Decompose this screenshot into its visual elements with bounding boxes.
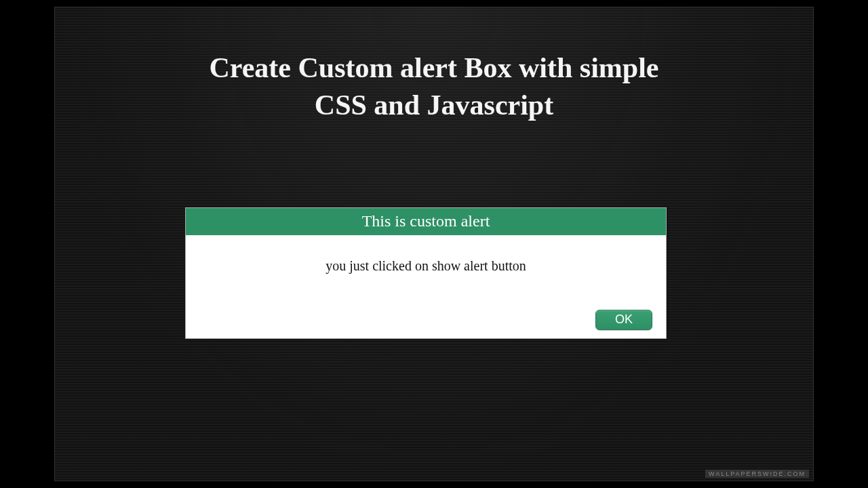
alert-body: you just clicked on show alert button (186, 235, 666, 296)
page-title: Create Custom alert Box with simple CSS … (55, 49, 813, 123)
alert-footer: OK (186, 296, 666, 338)
content-panel: Create Custom alert Box with simple CSS … (54, 7, 814, 481)
watermark: WALLPAPERSWIDE.COM (705, 470, 809, 478)
title-line-1: Create Custom alert Box with simple (210, 52, 659, 83)
alert-title: This is custom alert (362, 212, 490, 230)
title-line-2: CSS and Javascript (315, 89, 553, 121)
alert-message: you just clicked on show alert button (326, 258, 526, 273)
alert-dialog: This is custom alert you just clicked on… (185, 207, 667, 339)
ok-button[interactable]: OK (595, 310, 652, 330)
alert-title-bar: This is custom alert (186, 208, 666, 235)
